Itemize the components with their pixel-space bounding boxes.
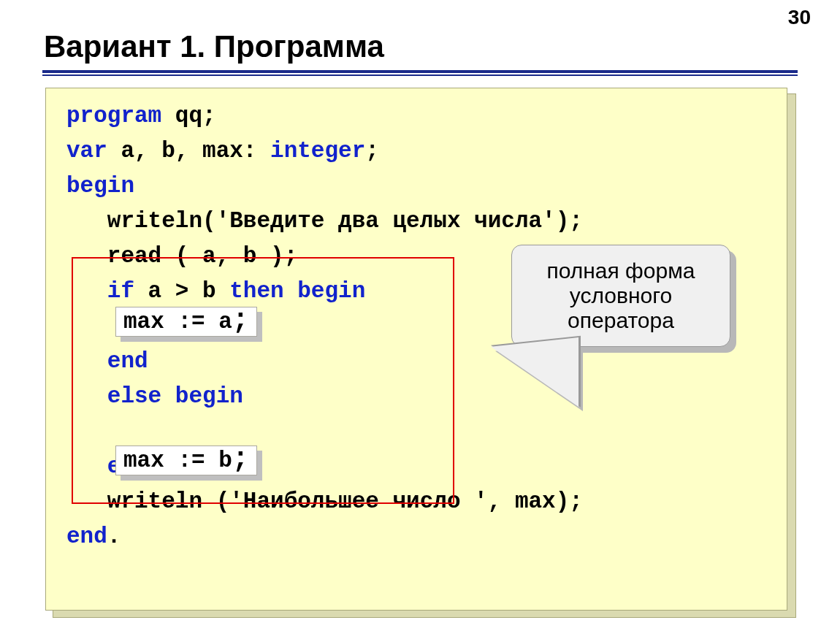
keyword-begin: begin <box>66 173 134 199</box>
snippet-semicolon: ; <box>232 305 249 336</box>
callout-bubble: полная форма условного оператора <box>511 245 738 354</box>
slide: 30 Вариант 1. Программа program qq; var … <box>0 0 840 631</box>
snippet-box-a: max := a; <box>115 307 257 337</box>
code-text: . <box>107 524 121 549</box>
code-text: a, b, max: <box>107 138 270 164</box>
code-text: ; <box>365 138 379 164</box>
snippet-text: max := b <box>123 448 232 473</box>
title-rule-thin <box>42 74 798 76</box>
code-line: var a, b, max: integer; <box>66 134 766 169</box>
snippet-box-b: max := b; <box>115 445 257 475</box>
keyword-program: program <box>66 103 161 129</box>
title-rule-thick <box>42 70 798 73</box>
keyword-integer: integer <box>270 138 365 164</box>
code-line: writeln('Введите два целых числа'); <box>66 204 766 239</box>
code-line: end. <box>66 519 766 554</box>
snippet-text: max := a <box>123 309 232 334</box>
code-line: program qq; <box>66 99 766 134</box>
callout-tail <box>469 337 579 418</box>
keyword-end: end <box>66 524 107 549</box>
callout-face: полная форма условного оператора <box>511 245 730 347</box>
snippet-face: max := b; <box>115 445 257 475</box>
code-line: begin <box>66 169 766 204</box>
callout-text: полная форма условного оператора <box>516 259 725 333</box>
code-text: qq; <box>161 103 215 129</box>
code-text: writeln('Введите два целых числа'); <box>66 208 583 234</box>
snippet-face: max := a; <box>115 307 257 337</box>
keyword-var: var <box>66 138 107 164</box>
slide-title: Вариант 1. Программа <box>44 29 384 64</box>
snippet-semicolon: ; <box>232 443 249 475</box>
page-number: 30 <box>788 6 811 29</box>
